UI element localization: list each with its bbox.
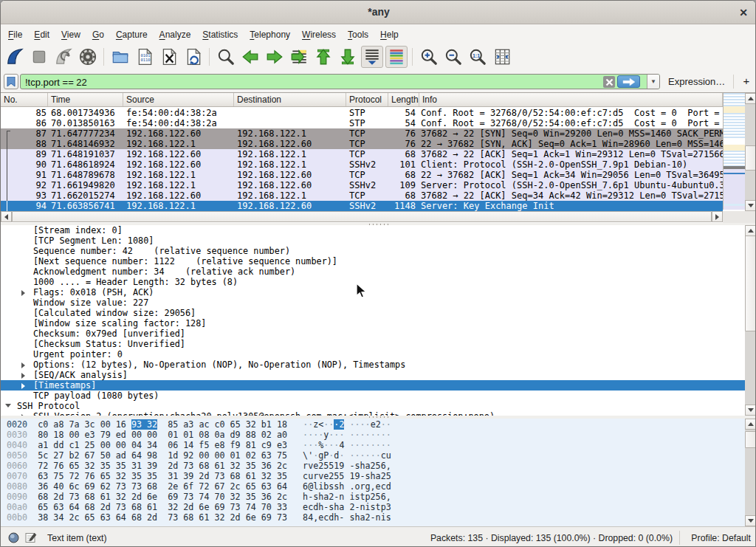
packet-row-92[interactable]: 9271.661949820192.168.122.1192.168.122.6… xyxy=(1,180,723,190)
expert-info-icon[interactable] xyxy=(8,532,19,543)
menu-tools[interactable]: Tools xyxy=(342,27,374,43)
go-first-button[interactable] xyxy=(312,46,334,68)
packet-list-minimap[interactable] xyxy=(723,93,745,210)
resize-columns-button[interactable] xyxy=(491,46,513,68)
menu-telephony[interactable]: Telephony xyxy=(244,27,296,43)
hex-row-0070[interactable]: 0070 63 75 72 76 65 32 35 35 31 39 2d 73… xyxy=(7,471,391,481)
hex-row-0030[interactable]: 0030 80 18 00 e3 79 ed 00 00 01 01 08 0a… xyxy=(7,430,391,440)
hex-row-0020[interactable]: 0020 c0 a8 7a 3c 00 16 93 32 85 a3 ac c0… xyxy=(7,419,391,430)
packet-row-93[interactable]: 9371.662015274192.168.122.60192.168.122.… xyxy=(1,190,723,201)
column-header-destination[interactable]: Destination xyxy=(234,93,346,107)
expander-right-icon[interactable] xyxy=(21,383,25,389)
scroll-up-button[interactable] xyxy=(745,419,756,430)
scroll-down-button[interactable] xyxy=(745,405,756,416)
expander-right-icon[interactable] xyxy=(21,373,25,379)
hex-row-00a0[interactable]: 00a0 65 63 64 68 2d 73 68 61 32 2d 6e 69… xyxy=(7,502,391,512)
column-header-protocol[interactable]: Protocol xyxy=(346,93,388,107)
detail-line[interactable]: Flags: 0x018 (PSH, ACK) xyxy=(1,287,745,297)
status-profile[interactable]: Profile: Default xyxy=(691,533,751,543)
detail-line[interactable]: Sequence number: 42 (relative sequence n… xyxy=(1,246,745,256)
packet-row-88[interactable]: 8871.648146932192.168.122.1192.168.122.6… xyxy=(1,139,723,149)
expander-right-icon[interactable] xyxy=(21,290,25,296)
detail-line[interactable]: Acknowledgment number: 34 (relative ack … xyxy=(1,266,745,277)
column-header-info[interactable]: Info xyxy=(419,93,723,107)
filter-bookmark-button[interactable] xyxy=(4,74,18,89)
expander-right-icon[interactable] xyxy=(21,362,25,368)
menu-file[interactable]: File xyxy=(2,27,28,43)
column-header-source[interactable]: Source xyxy=(123,93,234,107)
detail-line[interactable]: [Window size scaling factor: 128] xyxy=(1,318,745,328)
detail-line[interactable]: 1000 .... = Header Length: 32 bytes (8) xyxy=(1,277,745,287)
go-back-button[interactable] xyxy=(239,46,261,68)
packet-row-89[interactable]: 8971.648191037192.168.122.60192.168.122.… xyxy=(1,149,723,159)
save-file-button[interactable]: 01010110 xyxy=(134,46,156,68)
detail-line[interactable]: SSH Protocol xyxy=(1,401,745,411)
hex-row-0090[interactable]: 0090 68 2d 73 68 61 32 2d 6e 69 73 74 70… xyxy=(7,492,391,502)
auto-scroll-button[interactable] xyxy=(361,46,383,68)
packet-list-vscrollbar[interactable] xyxy=(745,93,756,211)
menu-wireless[interactable]: Wireless xyxy=(296,27,342,43)
detail-line[interactable]: [Checksum Status: Unverified] xyxy=(1,339,745,349)
scroll-up-button[interactable] xyxy=(745,225,756,236)
close-button[interactable]: ✕ xyxy=(736,5,751,20)
display-filter-input[interactable]: !tcp.port == 22 ▼ xyxy=(20,74,660,89)
hex-row-0080[interactable]: 0080 36 40 6c 69 62 73 73 68 2e 6f 72 67… xyxy=(7,481,391,492)
column-header-time[interactable]: Time xyxy=(48,93,123,107)
packet-list-hscrollbar[interactable] xyxy=(1,211,723,222)
scroll-left-button[interactable] xyxy=(1,211,12,222)
scroll-right-button[interactable] xyxy=(712,211,723,222)
vscroll-thumb[interactable] xyxy=(745,145,756,171)
hex-row-0060[interactable]: 0060 72 76 65 32 35 35 31 39 2d 73 68 61… xyxy=(7,461,391,471)
scroll-down-button[interactable] xyxy=(745,200,756,211)
expression-button[interactable]: Expression… xyxy=(668,76,725,87)
reload-file-button[interactable] xyxy=(182,46,205,68)
vscroll-thumb[interactable] xyxy=(745,431,756,448)
packet-row-85[interactable]: 8568.001734936fe:54:00:d4:38:2aSTP54Conf… xyxy=(1,108,723,118)
hex-row-0050[interactable]: 0050 5c 27 b2 67 50 ad 64 98 1d 92 00 00… xyxy=(7,450,391,461)
scroll-up-button[interactable] xyxy=(745,93,756,104)
column-header-no[interactable]: No. xyxy=(1,93,48,107)
detail-line[interactable]: [Timestamps] xyxy=(1,380,745,391)
filter-clear-button[interactable] xyxy=(603,76,615,88)
titlebar[interactable]: *any ✕ xyxy=(1,1,756,24)
detail-line[interactable]: [Stream index: 0] xyxy=(1,225,745,235)
hscroll-thumb[interactable] xyxy=(12,211,712,222)
close-file-button[interactable] xyxy=(158,46,180,68)
vscroll-thumb[interactable] xyxy=(745,235,756,331)
filter-apply-button[interactable] xyxy=(617,75,640,88)
zoom-original-button[interactable]: 1:1 xyxy=(467,46,489,68)
detail-line[interactable]: [SEQ/ACK analysis] xyxy=(1,370,745,380)
menu-analyze[interactable]: Analyze xyxy=(154,27,197,43)
hex-row-00b0[interactable]: 00b0 38 34 2c 65 63 64 68 2d 73 68 61 32… xyxy=(7,512,391,523)
detail-line[interactable]: [Next sequence number: 1122 (relative se… xyxy=(1,256,745,266)
detail-line[interactable]: [TCP Segment Len: 1080] xyxy=(1,235,745,246)
menu-edit[interactable]: Edit xyxy=(28,27,55,43)
detail-vscrollbar[interactable] xyxy=(745,225,756,416)
go-to-packet-button[interactable] xyxy=(288,46,310,68)
detail-line[interactable]: [Calculated window size: 29056] xyxy=(1,308,745,318)
capture-options-button[interactable] xyxy=(77,46,99,68)
start-capture-button[interactable] xyxy=(4,46,26,68)
detail-line[interactable]: Checksum: 0x79ed [unverified] xyxy=(1,328,745,339)
colorize-button[interactable] xyxy=(385,46,408,68)
detail-line[interactable]: TCP payload (1080 bytes) xyxy=(1,391,745,401)
menu-go[interactable]: Go xyxy=(86,27,110,43)
packet-row-91[interactable]: 9171.648789678192.168.122.1192.168.122.6… xyxy=(1,170,723,180)
packet-row-86[interactable]: 8670.013850163fe:54:00:d4:38:2aSTP54Conf… xyxy=(1,118,723,128)
restart-capture-button[interactable] xyxy=(52,46,75,68)
column-header-length[interactable]: Length xyxy=(388,93,419,107)
find-packet-button[interactable] xyxy=(215,46,237,68)
bytes-vscrollbar[interactable] xyxy=(745,419,756,526)
detail-line[interactable]: Window size value: 227 xyxy=(1,297,745,308)
detail-line[interactable]: Options: (12 bytes), No-Operation (NOP),… xyxy=(1,359,745,370)
scroll-down-button[interactable] xyxy=(745,515,756,526)
open-file-button[interactable] xyxy=(109,46,131,68)
packet-row-90[interactable]: 9071.648618924192.168.122.60192.168.122.… xyxy=(1,159,723,170)
capture-comment-icon[interactable] xyxy=(25,532,37,543)
packet-row-94[interactable]: 9471.663856741192.168.122.1192.168.122.6… xyxy=(1,201,723,211)
go-last-button[interactable] xyxy=(337,46,359,68)
menu-capture[interactable]: Capture xyxy=(110,27,154,43)
menu-help[interactable]: Help xyxy=(374,27,405,43)
packet-row-87[interactable]: 8771.647777234192.168.122.60192.168.122.… xyxy=(1,128,723,139)
packet-list-header[interactable]: No.TimeSourceDestinationProtocolLengthIn… xyxy=(1,93,745,107)
